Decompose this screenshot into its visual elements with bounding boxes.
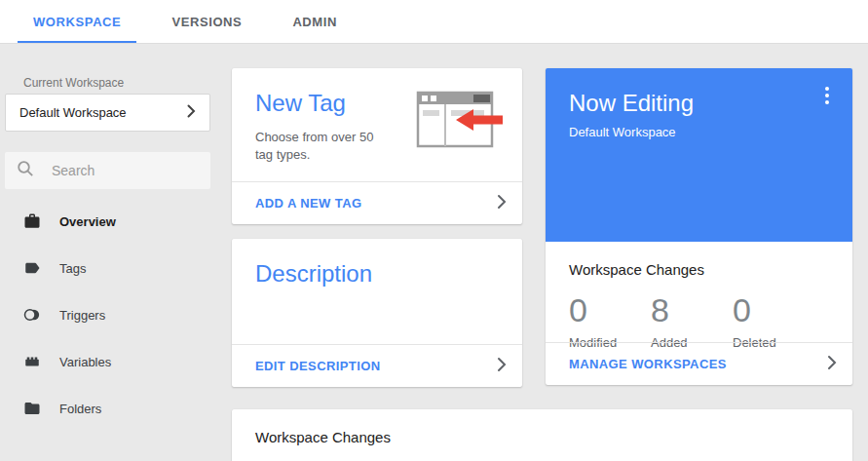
tab-admin[interactable]: ADMIN bbox=[267, 0, 362, 43]
tab-workspace[interactable]: WORKSPACE bbox=[8, 0, 146, 43]
workspace-changes-heading: Workspace Changes bbox=[569, 261, 829, 278]
workspace-selector[interactable]: Default Workspace bbox=[5, 94, 210, 132]
workspace-name: Default Workspace bbox=[19, 105, 127, 120]
now-editing-header: Now Editing Default Workspace bbox=[546, 68, 852, 242]
workspace-changes-title: Workspace Changes bbox=[255, 429, 829, 445]
sidebar-item-triggers[interactable]: Triggers bbox=[0, 291, 224, 338]
tab-versions[interactable]: VERSIONS bbox=[146, 0, 267, 43]
sidebar: Current Workspace Default Workspace Over… bbox=[0, 44, 224, 461]
triggers-icon bbox=[23, 305, 43, 325]
tag-icon bbox=[23, 258, 43, 278]
sidebar-item-folders[interactable]: Folders bbox=[0, 385, 224, 432]
now-editing-title: Now Editing bbox=[569, 90, 829, 117]
chevron-right-icon bbox=[827, 355, 837, 374]
new-tag-illustration-icon bbox=[409, 90, 503, 164]
chevron-right-icon bbox=[187, 104, 196, 122]
sidebar-item-label: Triggers bbox=[59, 308, 105, 323]
chevron-right-icon bbox=[497, 194, 507, 213]
overview-icon bbox=[23, 211, 43, 231]
more-options-icon[interactable] bbox=[815, 84, 839, 107]
now-editing-subtitle: Default Workspace bbox=[569, 125, 829, 139]
manage-workspaces-label: MANAGE WORKSPACES bbox=[569, 357, 727, 371]
stat-modified: 0 Modified bbox=[569, 291, 651, 350]
sidebar-item-overview[interactable]: Overview bbox=[0, 198, 224, 245]
sidebar-item-label: Variables bbox=[59, 355, 111, 369]
stat-deleted-value: 0 bbox=[733, 291, 776, 329]
sidebar-item-variables[interactable]: Variables bbox=[0, 338, 224, 385]
edit-description-button[interactable]: EDIT DESCRIPTION bbox=[232, 344, 522, 387]
manage-workspaces-button[interactable]: MANAGE WORKSPACES bbox=[546, 342, 852, 385]
edit-description-label: EDIT DESCRIPTION bbox=[255, 359, 380, 373]
add-new-tag-button[interactable]: ADD A NEW TAG bbox=[232, 181, 522, 224]
folder-icon bbox=[23, 399, 43, 418]
new-tag-card: New Tag Choose from over 50 tag types. A… bbox=[232, 68, 522, 224]
sidebar-item-tags[interactable]: Tags bbox=[0, 245, 224, 291]
sidebar-item-label: Tags bbox=[59, 261, 86, 276]
sidebar-menu: Overview Tags Triggers Variables Folders bbox=[0, 198, 224, 432]
stat-added: 8 Added bbox=[651, 291, 733, 350]
search-icon bbox=[17, 160, 34, 181]
stat-deleted: 0 Deleted bbox=[733, 291, 776, 350]
variables-icon bbox=[23, 352, 43, 371]
new-tag-title: New Tag bbox=[255, 90, 384, 117]
description-card: Description EDIT DESCRIPTION bbox=[232, 239, 522, 387]
stat-added-value: 8 bbox=[651, 291, 733, 329]
stat-modified-value: 0 bbox=[569, 291, 651, 329]
sidebar-item-label: Folders bbox=[59, 402, 101, 416]
description-title: Description bbox=[255, 260, 499, 288]
workspace-changes-stats: 0 Modified 8 Added 0 Deleted bbox=[569, 291, 829, 350]
add-new-tag-label: ADD A NEW TAG bbox=[255, 196, 361, 211]
new-tag-description: Choose from over 50 tag types. bbox=[255, 129, 384, 164]
search-box[interactable] bbox=[5, 152, 210, 189]
top-navigation: WORKSPACE VERSIONS ADMIN bbox=[0, 0, 868, 44]
chevron-right-icon bbox=[497, 357, 507, 376]
current-workspace-label: Current Workspace bbox=[23, 76, 124, 90]
sidebar-item-label: Overview bbox=[59, 214, 116, 229]
now-editing-card: Now Editing Default Workspace Workspace … bbox=[546, 68, 852, 385]
search-input[interactable] bbox=[52, 163, 198, 178]
workspace-changes-card: Workspace Changes bbox=[232, 409, 852, 461]
